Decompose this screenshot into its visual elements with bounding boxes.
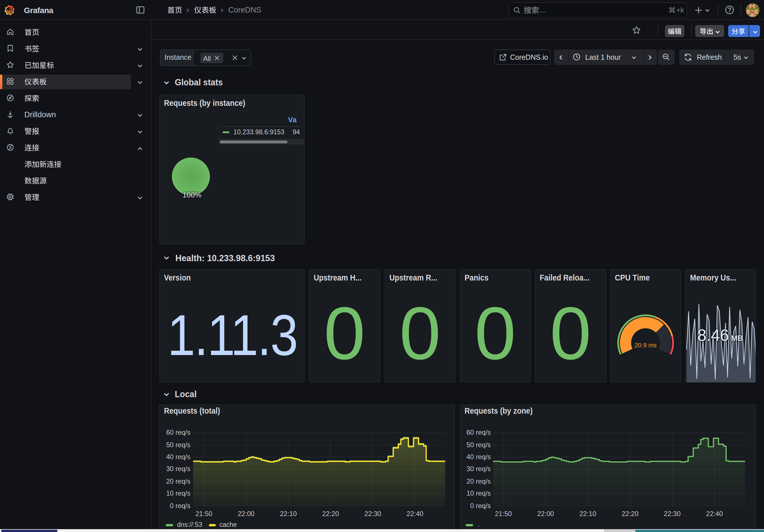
svg-text:20.9 ms: 20.9 ms	[634, 341, 657, 348]
